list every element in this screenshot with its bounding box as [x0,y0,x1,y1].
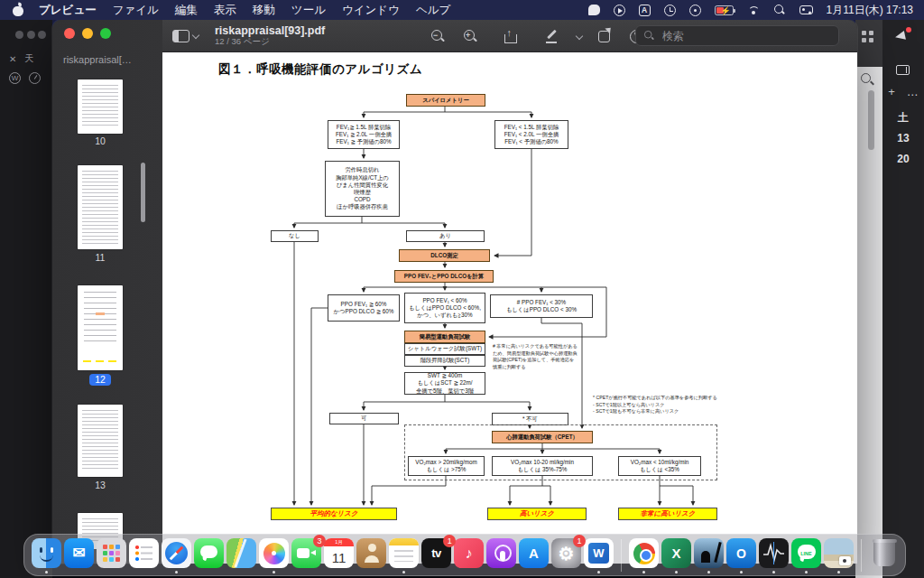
running-indicator [273,571,275,573]
contacts-icon[interactable] [356,538,386,568]
running-indicator [707,571,710,573]
flowchart-node-swt-result: SWT ≧ 400m もしくはSCT ≧ 22m/ 全摘で5階、葉切で3階 [404,372,485,395]
input-source-icon[interactable]: A [639,5,651,16]
flowchart-node-ppo-calc: PPO FEV₁とPPO DLCOを計算 [394,270,494,283]
control-center-icon[interactable] [799,5,813,14]
word-icon[interactable]: W [584,538,614,568]
menu-edit[interactable]: 編集 [167,3,206,18]
search-field[interactable] [635,25,839,46]
page-thumbnail-13[interactable] [78,405,123,477]
markup-options-button[interactable] [570,25,585,47]
calendar-day: 11 [324,546,354,568]
menu-bar-clock[interactable]: 1月11日(木) 17:13 [827,3,914,18]
running-indicator [642,571,645,573]
rotate-button[interactable] [590,25,617,47]
magnifier-minus-icon: − [431,30,445,43]
sidebar-scrollbar[interactable] [141,163,145,222]
background-scrollbar[interactable] [868,90,874,150]
app-store-icon[interactable]: A [519,538,549,568]
flowchart-node-vo2-high: VO₂max > 20ml/kg/mom もしくは >75% [408,456,485,476]
zoom-out-button[interactable]: − [424,25,451,47]
page-number-12[interactable]: 12 [67,374,134,385]
maps-icon[interactable] [226,538,256,568]
app-grid-icon[interactable] [862,31,866,35]
megaphone-notification-icon[interactable] [895,29,910,40]
zoom-in-button[interactable]: + [457,25,484,47]
menu-view[interactable]: 表示 [206,3,245,18]
page-number-13[interactable]: 13 [67,480,134,490]
clock-utility-icon[interactable] [664,5,676,16]
markup-button[interactable] [538,25,565,47]
flowchart-node-dlco: DLCO測定 [399,249,490,262]
menu-help[interactable]: ヘルプ [408,3,458,18]
menu-file[interactable]: ファイル [105,3,167,18]
gauge-icon[interactable] [29,72,41,84]
page-indicator: 12 / 36 ページ [215,37,325,47]
apple-menu[interactable] [0,4,31,16]
line-app-icon[interactable]: LINE [791,538,821,568]
music-icon[interactable]: ♪ [454,538,484,568]
notes-icon[interactable] [389,538,419,568]
magnifier-icon[interactable] [860,72,874,87]
share-button[interactable] [496,25,523,47]
page-number-11[interactable]: 11 [67,252,134,263]
trash-icon[interactable] [871,538,898,568]
menu-window[interactable]: ウインドウ [334,3,408,18]
apple-tv-icon[interactable]: tv1 [421,538,451,568]
outlook-icon[interactable]: O [726,538,756,568]
pdf-content-area: 図１．呼吸機能評価のアルゴリズム [162,52,857,564]
add-icon[interactable]: + [888,85,895,98]
sidebar-tab-title[interactable]: riskappraisal[… [63,54,132,65]
excel-icon[interactable]: X [661,538,691,568]
screenshot-preview-icon[interactable] [824,538,854,568]
zoom-button[interactable] [100,28,111,39]
menu-tools[interactable]: ツール [283,3,334,18]
messages-icon[interactable] [194,538,224,568]
safari-icon[interactable] [162,538,191,568]
status-circle-icon[interactable] [689,5,701,16]
wifi-icon[interactable] [747,5,761,15]
kanji-tab-icon[interactable]: 天 [24,52,33,65]
close-x-icon[interactable]: ✕ [9,54,16,64]
wordpress-icon[interactable]: W [9,72,21,84]
page-thumbnail-11[interactable] [78,165,123,249]
battery-charging-icon[interactable]: ⚡ [715,5,734,15]
minimize-button[interactable] [82,28,93,39]
search-input[interactable] [661,29,831,43]
play-circle-icon[interactable] [614,5,625,16]
launchpad-icon[interactable] [97,538,126,568]
reminders-icon[interactable] [129,538,159,568]
facetime-icon[interactable]: 3 [291,538,321,568]
background-window-right: + … 土 13 20 [882,20,924,578]
flowchart-node-vo2-low: VO₂max < 10ml/kg/min もしくは <35% [618,456,701,476]
mail-icon[interactable]: ✉ [64,538,94,568]
calendar-icon[interactable]: 1月 11 [324,538,354,568]
kindle-icon[interactable] [694,538,724,568]
flowchart-node-simple-test: 簡易型運動負荷試験 [404,331,485,343]
flowchart-node-ok: 可 [329,413,399,424]
page-thumbnail-12-selected[interactable] [78,285,123,370]
system-settings-icon[interactable]: ⚙1 [551,538,581,568]
chrome-icon[interactable] [629,538,659,568]
inactive-traffic-lights[interactable] [15,31,46,39]
line-icon[interactable] [588,5,600,15]
window-title: riskappraisal[93].pdf [215,24,325,37]
page-number-10[interactable]: 10 [67,135,134,146]
close-button[interactable] [64,28,75,39]
dock-separator [621,539,622,572]
flowchart-risk-very-high: 非常に高いリスク [618,508,717,520]
open-panel-icon[interactable] [896,65,910,75]
running-indicator [45,571,48,573]
more-icon[interactable]: … [907,85,919,98]
running-indicator [805,571,808,573]
pdf-page: 図１．呼吸機能評価のアルゴリズム [162,52,857,533]
page-thumbnail-10[interactable] [78,79,123,134]
menu-app-name[interactable]: プレビュー [31,3,105,18]
menu-go[interactable]: 移動 [245,3,283,18]
sidebar-toggle-button[interactable] [166,25,206,47]
podcasts-icon[interactable] [486,538,516,568]
activity-waveform-icon[interactable] [759,538,789,568]
spotlight-icon[interactable] [774,5,786,16]
photos-icon[interactable] [259,538,289,568]
finder-icon[interactable] [32,538,61,568]
